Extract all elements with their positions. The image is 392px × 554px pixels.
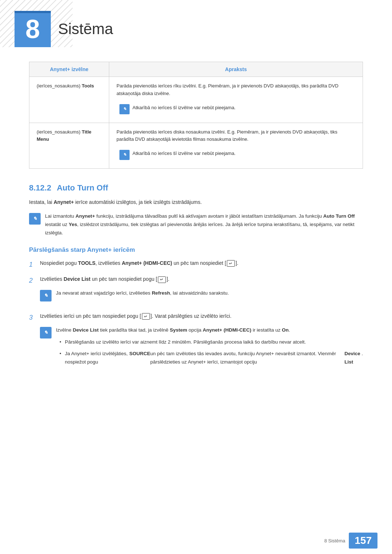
table-row: (ierīces_nosaukums) Title Menu Parāda pi…: [29, 123, 363, 169]
note-icon-step3: ✎: [40, 327, 52, 338]
note-content-main: Lai izmantotu Anynet+ funkciju, izstrādā…: [45, 212, 363, 237]
table-cell-desc-1: Parāda pievienotās ierīces rīku izvēlni.…: [109, 77, 363, 123]
subsection-heading: Pārslēgšanās starp Anynet+ ierīcēm: [29, 246, 363, 254]
steps-list: 1 Nospiediet pogu TOOLS, izvēlieties Any…: [29, 259, 363, 376]
note-icon-step2: ✎: [40, 290, 52, 301]
table-header-description: Apraksts: [109, 62, 363, 77]
table-row: (ierīces_nosaukums) Tools Parāda pievien…: [29, 77, 363, 123]
footer-label: 8 Sistēma: [324, 538, 345, 543]
chapter-number: 8: [15, 11, 51, 47]
bullet-item-2: Ja Anynet+ ierīci izvēlējāties, nospiežo…: [60, 350, 363, 366]
enter-icon-2: ↵: [158, 276, 166, 283]
enter-icon-3: ↵: [142, 313, 150, 320]
note-content-step2: Ja nevarat atrast vajadzīgo ierīci, izvē…: [56, 289, 229, 297]
note-text-1: Atkarībā no ierīces šī izvēlne var nebūt…: [132, 104, 236, 111]
table-header-menu: Anynet+ izvēlne: [29, 62, 109, 77]
chapter-title: Sistēma: [58, 20, 113, 38]
bullet-item-1: Pārslēgšanās uz izvēlēto ierīci var aizn…: [60, 338, 363, 346]
note-icon-main: ✎: [29, 213, 41, 225]
footer-page-number: 157: [349, 533, 377, 549]
table-cell-desc-2: Parāda pievienotās ierīces diska nosauku…: [109, 123, 363, 169]
section-heading: 8.12.2 Auto Turn Off: [29, 183, 363, 193]
table-cell-menu-1: (ierīces_nosaukums) Tools: [29, 77, 109, 123]
step-2: 2 Izvēlieties Device List un pēc tam nos…: [29, 275, 363, 307]
step-1: 1 Nospiediet pogu TOOLS, izvēlieties Any…: [29, 259, 363, 270]
enter-icon: ↵: [227, 260, 235, 267]
section-intro: Iestata, lai Anynet+ ierīce automātiski …: [29, 198, 363, 207]
note-icon-1: ✎: [119, 104, 130, 114]
note-content-step3: Izvēlne Device List tiek parādīta tikai …: [56, 326, 363, 370]
anynet-table: Anynet+ izvēlne Apraksts (ierīces_nosauk…: [29, 62, 363, 169]
note-icon-2: ✎: [119, 150, 130, 160]
table-cell-menu-2: (ierīces_nosaukums) Title Menu: [29, 123, 109, 169]
step-3: 3 Izvēlieties ierīci un pēc tam nospiedi…: [29, 312, 363, 376]
note-block-main: ✎ Lai izmantotu Anynet+ funkciju, izstrā…: [29, 212, 363, 237]
note-text-2: Atkarībā no ierīces šī izvēlne var nebūt…: [132, 150, 236, 157]
